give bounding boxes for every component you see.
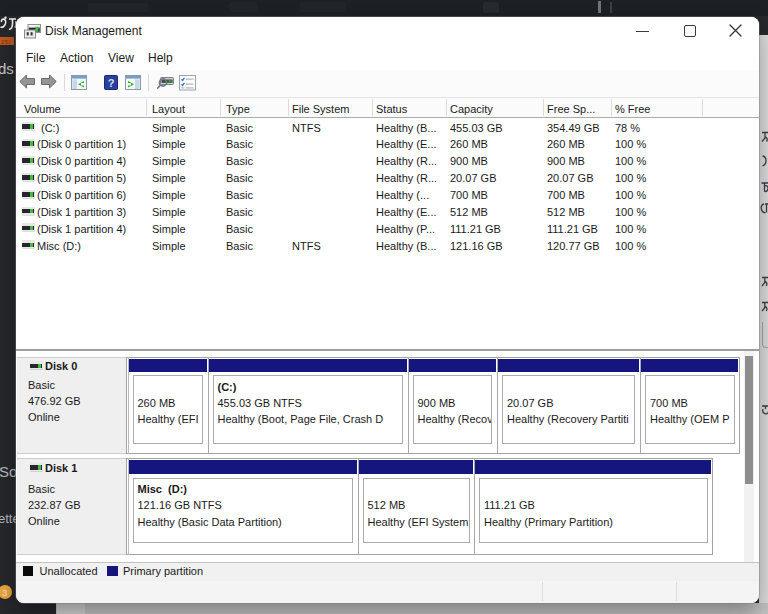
svg-text:?: ? — [108, 76, 115, 88]
